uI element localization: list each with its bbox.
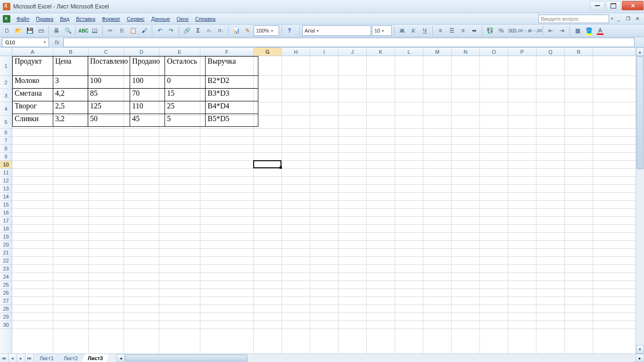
increase-indent-button[interactable]: ⇥: [557, 25, 567, 36]
mdi-minimize-button[interactable]: _: [615, 15, 622, 23]
column-header[interactable]: D: [124, 48, 159, 56]
cell[interactable]: 5: [165, 114, 206, 127]
column-header[interactable]: P: [508, 48, 537, 56]
cell-grid[interactable]: ПродуктЦенаПоставленоПроданоОсталосьВыру…: [12, 56, 636, 354]
formula-input[interactable]: [63, 38, 635, 47]
copy-button[interactable]: ⎘: [116, 25, 127, 36]
mdi-restore-button[interactable]: ❐: [624, 15, 632, 23]
column-header[interactable]: H: [282, 48, 310, 56]
column-header[interactable]: A: [12, 48, 53, 56]
cell[interactable]: 100: [88, 76, 130, 89]
decrease-decimal-button[interactable]: ,0→,00: [530, 25, 540, 36]
column-header[interactable]: Q: [537, 48, 565, 56]
cell[interactable]: B2*D2: [206, 76, 258, 89]
row-header[interactable]: 28: [0, 305, 12, 313]
cell[interactable]: B4*D4: [206, 101, 258, 114]
close-button[interactable]: [622, 1, 644, 10]
research-button[interactable]: 🕮: [90, 25, 100, 36]
scroll-right-button[interactable]: ▸: [636, 354, 644, 362]
cell[interactable]: 50: [88, 114, 130, 127]
row-header[interactable]: 7: [0, 137, 12, 145]
row-header[interactable]: 16: [0, 209, 12, 217]
align-center-button[interactable]: ☰: [446, 25, 457, 36]
cell[interactable]: 4,2: [53, 89, 88, 101]
cell[interactable]: B3*D3: [206, 89, 258, 101]
currency-button[interactable]: 💱: [485, 25, 495, 36]
open-button[interactable]: 📂: [13, 25, 24, 36]
format-painter-button[interactable]: 🖌: [139, 25, 149, 36]
sheet-tab[interactable]: Лист2: [58, 354, 84, 362]
cell[interactable]: Цена: [53, 57, 88, 76]
menu-file[interactable]: Файл: [13, 15, 33, 23]
tab-nav-next[interactable]: ▸: [17, 354, 25, 362]
menu-view[interactable]: Вид: [57, 15, 73, 23]
permission-button[interactable]: 🗃: [36, 25, 46, 36]
sheet-tab[interactable]: Лист3: [82, 354, 109, 362]
sort-desc-button[interactable]: Я↓: [215, 25, 226, 36]
row-header[interactable]: 22: [0, 257, 12, 265]
column-header[interactable]: J: [339, 48, 367, 56]
increase-decimal-button[interactable]: ,00→,0: [519, 25, 529, 36]
row-header[interactable]: 10: [0, 161, 12, 169]
cell[interactable]: 100: [130, 76, 165, 89]
print-preview-button[interactable]: 🔍: [63, 25, 73, 36]
row-header[interactable]: 6: [0, 129, 12, 137]
drawing-button[interactable]: ✎: [242, 25, 253, 36]
cell[interactable]: 45: [130, 114, 165, 127]
menu-format[interactable]: Формат: [99, 15, 124, 23]
comma-button[interactable]: 000: [507, 25, 518, 36]
row-header[interactable]: 27: [0, 297, 12, 305]
scroll-thumb-h[interactable]: [125, 354, 248, 362]
tab-nav-first[interactable]: ⏮: [0, 354, 8, 362]
chart-wizard-button[interactable]: 📊: [231, 25, 241, 36]
maximize-button[interactable]: [606, 1, 621, 10]
menu-insert[interactable]: Вставка: [73, 15, 99, 23]
cell[interactable]: 0: [165, 76, 206, 89]
cell[interactable]: Продукт: [13, 57, 53, 76]
cell[interactable]: 110: [130, 101, 165, 114]
cell[interactable]: Сметана: [13, 89, 53, 101]
autosum-button[interactable]: Σ: [193, 25, 203, 36]
ask-question-input[interactable]: [538, 15, 609, 23]
row-header[interactable]: 8: [0, 145, 12, 153]
save-button[interactable]: 💾: [25, 25, 35, 36]
fill-handle[interactable]: [280, 166, 282, 169]
sheet-tab[interactable]: Лист1: [34, 354, 60, 362]
column-header[interactable]: R: [565, 48, 593, 56]
cell[interactable]: Осталось: [165, 57, 206, 76]
scroll-down-button[interactable]: ▾: [636, 345, 644, 354]
column-header[interactable]: I: [310, 48, 339, 56]
font-name-dropdown[interactable]: Arial▾: [302, 25, 371, 36]
row-header[interactable]: 19: [0, 233, 12, 241]
cut-button[interactable]: ✂: [105, 25, 116, 36]
cell[interactable]: Творог: [13, 101, 53, 114]
row-header[interactable]: 14: [0, 193, 12, 201]
column-header[interactable]: C: [89, 48, 124, 56]
row-header[interactable]: 5: [0, 115, 12, 129]
select-all-corner[interactable]: [0, 48, 12, 56]
percent-button[interactable]: %: [496, 25, 506, 36]
sort-asc-button[interactable]: A↓: [204, 25, 215, 36]
borders-button[interactable]: ▦: [572, 25, 583, 36]
bold-button[interactable]: Ж: [397, 25, 407, 36]
cell[interactable]: 70: [130, 89, 165, 101]
scroll-thumb-v[interactable]: [636, 56, 644, 169]
new-button[interactable]: 🗋: [2, 25, 12, 36]
column-header[interactable]: B: [53, 48, 89, 56]
cell[interactable]: B5*D5: [206, 114, 258, 127]
merge-center-button[interactable]: ⬌: [469, 25, 479, 36]
row-header[interactable]: 24: [0, 273, 12, 281]
cell[interactable]: 3: [53, 76, 88, 89]
column-header[interactable]: F: [200, 48, 254, 56]
row-header[interactable]: 20: [0, 241, 12, 249]
hyperlink-button[interactable]: 🔗: [182, 25, 192, 36]
row-header[interactable]: 4: [0, 102, 12, 115]
cell[interactable]: 2,5: [53, 101, 88, 114]
row-header[interactable]: 29: [0, 313, 12, 321]
column-header[interactable]: E: [159, 48, 200, 56]
cell[interactable]: 125: [88, 101, 130, 114]
name-box[interactable]: G10▾: [2, 38, 49, 47]
menu-window[interactable]: Окно: [173, 15, 192, 23]
cell[interactable]: Сливки: [13, 114, 53, 127]
paste-button[interactable]: 📋: [128, 25, 138, 36]
